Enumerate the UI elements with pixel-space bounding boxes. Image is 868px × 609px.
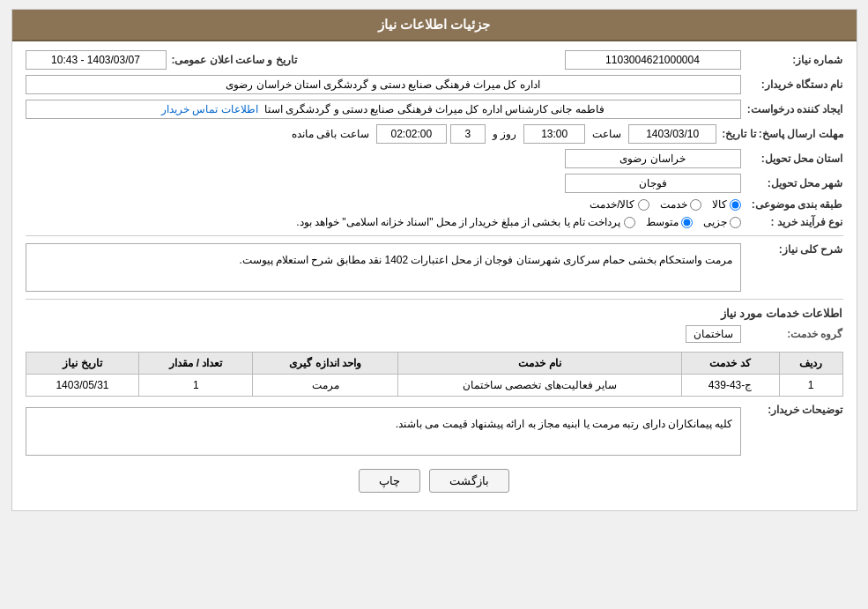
- creator-text: فاطمه جانی کارشناس اداره کل میراث فرهنگی…: [264, 103, 605, 115]
- category-options: کالا خدمت کالا/خدمت: [26, 198, 741, 211]
- province-value: خراسان رضوی: [565, 149, 741, 168]
- back-button[interactable]: بازگشت: [429, 469, 509, 493]
- category-label: طبقه بندی موضوعی:: [746, 198, 843, 211]
- creator-row: ایجاد کننده درخواست: فاطمه جانی کارشناس …: [26, 100, 843, 119]
- page-header: جزئیات اطلاعات نیاز: [12, 10, 857, 41]
- description-row: شرح کلی نیاز: مرمت واستحکام بخشی حمام سر…: [26, 243, 843, 292]
- category-row: طبقه بندی موضوعی: کالا خدمت کالا/خدمت: [26, 198, 843, 211]
- city-row: شهر محل تحویل: فوجان: [26, 174, 843, 193]
- services-table: ردیف کد خدمت نام خدمت واحد اندازه گیری ت…: [26, 352, 843, 397]
- col-unit: واحد اندازه گیری: [253, 353, 398, 375]
- category-khedmat-label: خدمت: [660, 198, 687, 211]
- creator-label: ایجاد کننده درخواست:: [746, 103, 843, 115]
- need-number-value: 1103004621000004: [565, 50, 741, 70]
- purchase-motovaset-label: متوسط: [646, 216, 679, 228]
- days-value: 3: [450, 124, 486, 144]
- divider-1: [26, 235, 843, 236]
- notes-row: توضیحات خریدار: کلیه پیمانکاران دارای رت…: [26, 404, 843, 456]
- col-date: تاریخ نیاز: [26, 353, 139, 375]
- province-row: استان محل تحویل: خراسان رضوی: [26, 149, 843, 168]
- remaining-value: 02:02:00: [376, 124, 447, 144]
- date-time-group: 1403/03/10 ساعت 13:00 روز و 3 02:02:00 س…: [288, 124, 716, 144]
- requester-label: نام دستگاه خریدار:: [746, 78, 843, 91]
- cell-code: ج-43-439: [681, 375, 779, 397]
- announcement-value: 1403/03/07 - 10:43: [26, 50, 167, 70]
- cell-date: 1403/05/31: [26, 375, 139, 397]
- notes-label: توضیحات خریدار:: [746, 404, 843, 416]
- page-container: جزئیات اطلاعات نیاز شماره نیاز: 11030046…: [11, 9, 857, 511]
- need-number-label: شماره نیاز:: [746, 54, 843, 66]
- category-kala-khedmat-label: کالا/خدمت: [590, 198, 634, 211]
- service-group-row: گروه خدمت: ساختمان: [26, 325, 843, 343]
- services-section-title: اطلاعات خدمات مورد نیاز: [26, 307, 843, 320]
- table-row: 1 ج-43-439 سایر فعالیت‌های تخصصی ساختمان…: [26, 375, 842, 397]
- purchase-type-label: نوع فرآیند خرید :: [746, 216, 843, 228]
- purchase-motovaset[interactable]: متوسط: [646, 216, 693, 228]
- service-group-label: گروه خدمت:: [746, 328, 843, 340]
- footer-buttons: بازگشت چاپ: [26, 469, 843, 493]
- city-value: فوجان: [565, 174, 741, 193]
- remaining-label: ساعت باقی مانده: [288, 128, 373, 140]
- cell-name: سایر فعالیت‌های تخصصی ساختمان: [398, 375, 681, 397]
- province-label: استان محل تحویل:: [746, 152, 843, 165]
- purchase-type-options: جزیی متوسط پرداخت تام یا بخشی از مبلغ خر…: [26, 216, 741, 228]
- days-label: روز و: [489, 128, 520, 140]
- purchase-motovaset-radio[interactable]: [681, 217, 693, 228]
- col-code: کد خدمت: [681, 353, 779, 375]
- creator-link[interactable]: اطلاعات تماس خریدار: [161, 103, 258, 115]
- description-value: مرمت واستحکام بخشی حمام سرکاری شهرستان ف…: [26, 243, 741, 292]
- description-label: شرح کلی نیاز:: [746, 243, 843, 256]
- announcement-label: تاریخ و ساعت اعلان عمومی:: [172, 54, 297, 66]
- services-section: ردیف کد خدمت نام خدمت واحد اندازه گیری ت…: [26, 352, 843, 397]
- category-kala[interactable]: کالا: [712, 198, 741, 211]
- table-body: 1 ج-43-439 سایر فعالیت‌های تخصصی ساختمان…: [26, 375, 842, 397]
- creator-value: فاطمه جانی کارشناس اداره کل میراث فرهنگی…: [26, 100, 741, 119]
- cell-row: 1: [779, 375, 842, 397]
- content-area: شماره نیاز: 1103004621000004 تاریخ و ساع…: [12, 41, 857, 510]
- purchase-jozi[interactable]: جزیی: [703, 216, 741, 228]
- service-group-value: ساختمان: [686, 325, 741, 343]
- requester-row: نام دستگاه خریدار: اداره کل میراث فرهنگی…: [26, 75, 843, 94]
- col-name: نام خدمت: [398, 353, 681, 375]
- date-value: 1403/03/10: [628, 124, 716, 144]
- header-title: جزئیات اطلاعات نیاز: [378, 17, 490, 32]
- category-kala-khedmat-radio[interactable]: [638, 199, 649, 211]
- send-date-row: مهلت ارسال پاسخ: تا تاریخ: 1403/03/10 سا…: [26, 124, 843, 144]
- time-value: 13:00: [523, 124, 585, 144]
- table-header: ردیف کد خدمت نام خدمت واحد اندازه گیری ت…: [26, 353, 842, 375]
- cell-count: 1: [139, 375, 253, 397]
- category-kala-khedmat[interactable]: کالا/خدمت: [590, 198, 649, 211]
- cell-unit: مرمت: [253, 375, 398, 397]
- purchase-esnad-radio[interactable]: [624, 217, 635, 228]
- requester-value: اداره کل میراث فرهنگی صنایع دستی و گردشگ…: [26, 75, 741, 94]
- purchase-esnad-label: پرداخت تام یا بخشی از مبلغ خریدار از محل…: [296, 216, 620, 228]
- purchase-esnad[interactable]: پرداخت تام یا بخشی از مبلغ خریدار از محل…: [296, 216, 634, 228]
- city-label: شهر محل تحویل:: [746, 177, 843, 189]
- category-kala-label: کالا: [712, 198, 727, 211]
- purchase-jozi-label: جزیی: [703, 216, 727, 228]
- purchase-type-row: نوع فرآیند خرید : جزیی متوسط پرداخت تام …: [26, 216, 843, 228]
- print-button[interactable]: چاپ: [359, 469, 420, 493]
- col-row: ردیف: [779, 353, 842, 375]
- category-khedmat[interactable]: خدمت: [660, 198, 701, 211]
- time-unit-label: ساعت: [589, 128, 625, 140]
- notes-value: کلیه پیمانکاران دارای رتبه مرمت یا ابنیه…: [26, 407, 741, 456]
- col-count: تعداد / مقدار: [139, 353, 253, 375]
- send-date-label: مهلت ارسال پاسخ: تا تاریخ:: [722, 128, 842, 140]
- divider-2: [26, 299, 843, 300]
- need-number-row: شماره نیاز: 1103004621000004 تاریخ و ساع…: [26, 50, 843, 70]
- category-kala-radio[interactable]: [730, 199, 741, 211]
- category-khedmat-radio[interactable]: [690, 199, 701, 211]
- purchase-jozi-radio[interactable]: [730, 217, 741, 228]
